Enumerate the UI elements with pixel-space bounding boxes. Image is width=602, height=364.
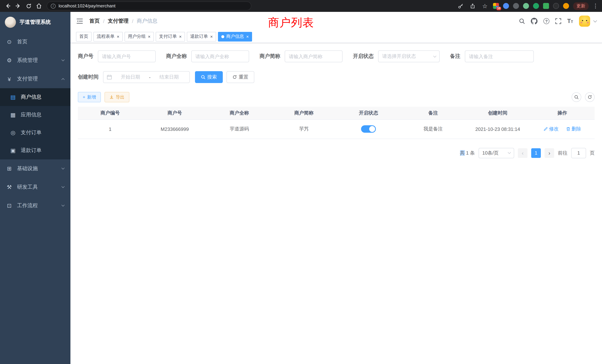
close-icon[interactable]: ×	[117, 34, 119, 39]
sidebar-item-system[interactable]: ⚙ 系统管理	[0, 51, 70, 70]
red-annotation-title: 商户列表	[268, 15, 314, 30]
font-size-icon[interactable]: TT	[567, 18, 573, 24]
extension-icon-pinwheel[interactable]	[553, 3, 559, 9]
extension-badge: 10	[496, 7, 501, 10]
app-shell: 芋道管理系统 ⊙ 首页 ⚙ 系统管理 ¥ 支付管理 ▤ 商户信息	[0, 12, 602, 364]
tab-process-form[interactable]: 流程表单 ×	[93, 32, 123, 41]
delete-link[interactable]: 删除	[566, 126, 581, 132]
export-button[interactable]: 导出	[105, 92, 129, 102]
bookmark-star-icon[interactable]: ☆	[481, 2, 489, 10]
col-merchant-id: 商户编号	[78, 107, 142, 119]
export-button-label: 导出	[116, 94, 125, 100]
sidebar-item-merchant-info[interactable]: ▤ 商户信息	[0, 88, 70, 106]
chrome-actions: ☆ 10 更新 ⋮	[456, 2, 598, 10]
yen-icon: ¥	[6, 76, 13, 82]
sidebar-item-payment[interactable]: ¥ 支付管理	[0, 70, 70, 88]
full-name-input[interactable]	[191, 50, 249, 62]
github-icon[interactable]	[531, 18, 538, 24]
filter-create-time: 创建时间 开始日期 - 结束日期	[78, 71, 190, 83]
reset-button[interactable]: 重置	[226, 71, 254, 83]
password-key-icon[interactable]	[456, 2, 464, 10]
tab-label: 流程表单	[97, 33, 115, 40]
close-icon[interactable]: ×	[246, 34, 249, 39]
extension-icon-drop[interactable]	[503, 3, 509, 9]
share-icon[interactable]	[469, 2, 477, 10]
hamburger-icon[interactable]	[76, 17, 83, 25]
goto-page-input[interactable]	[571, 148, 586, 158]
app-logo[interactable]: 芋道管理系统	[0, 12, 70, 33]
search-button-label: 搜索	[207, 74, 217, 80]
sidebar-item-app-info[interactable]: ▦ 应用信息	[0, 106, 70, 124]
search-icon[interactable]	[519, 18, 525, 24]
sidebar-item-infra[interactable]: ⊞ 基础设施	[0, 159, 70, 178]
cell-merchant-id: 1	[78, 119, 142, 139]
close-icon[interactable]: ×	[148, 34, 150, 39]
short-name-input[interactable]	[285, 50, 343, 62]
filter-label: 商户号	[78, 53, 93, 60]
tab-refund-orders[interactable]: 退款订单 ×	[187, 32, 216, 41]
add-button[interactable]: + 新增	[78, 92, 101, 102]
sidebar-item-home[interactable]: ⊙ 首页	[0, 33, 70, 51]
filter-label: 备注	[450, 53, 460, 60]
extension-icon-grid[interactable]: 10	[493, 3, 499, 9]
sidebar-item-devtools[interactable]: ⚒ 研发工具	[0, 178, 70, 196]
page-size-select[interactable]: 10条/页	[479, 148, 514, 158]
tab-pay-orders[interactable]: 支付订单 ×	[156, 32, 185, 41]
cell-remark: 我是备注	[401, 119, 466, 139]
edit-link[interactable]: 修改	[543, 126, 559, 132]
browser-window: i localhost:1024/pay/merchant ☆ 10 更新 ⋮	[0, 0, 602, 364]
page-number-button[interactable]: 1	[531, 148, 541, 158]
total-count-suffix: 1 条	[466, 150, 475, 156]
sidebar-item-label: 基础设施	[17, 165, 38, 172]
col-full-name: 商户全称	[207, 107, 272, 119]
toggle-search-icon[interactable]	[572, 92, 581, 102]
fullscreen-icon[interactable]	[555, 18, 561, 24]
reload-icon[interactable]	[24, 2, 33, 10]
extension-icon-check[interactable]	[533, 3, 539, 9]
status-select[interactable]: 请选择开启状态	[378, 50, 440, 62]
tab-user-group[interactable]: 用户分组 ×	[125, 32, 154, 41]
date-separator: -	[149, 74, 151, 80]
prev-page-button[interactable]: ‹	[518, 148, 527, 158]
status-toggle[interactable]	[361, 125, 376, 133]
breadcrumb-payment[interactable]: 支付管理	[108, 18, 129, 24]
sidebar-item-label: 首页	[17, 39, 27, 45]
extension-icon-dark[interactable]	[513, 3, 519, 9]
user-avatar[interactable]	[579, 16, 590, 27]
chevron-down-icon	[508, 151, 511, 154]
breadcrumb-separator: /	[103, 18, 105, 24]
back-icon[interactable]	[4, 2, 12, 10]
address-bar[interactable]: i localhost:1024/pay/merchant	[47, 1, 251, 10]
sidebar-item-pay-orders[interactable]: ◎ 支付订单	[0, 124, 70, 142]
date-range-picker[interactable]: 开始日期 - 结束日期	[103, 71, 190, 83]
filter-label: 创建时间	[78, 74, 99, 80]
remark-input[interactable]	[465, 50, 534, 62]
browser-update-button[interactable]: 更新	[573, 2, 589, 10]
breadcrumb-home[interactable]: 首页	[89, 18, 100, 24]
next-page-button[interactable]: ›	[545, 148, 554, 158]
close-icon[interactable]: ×	[210, 34, 213, 39]
cell-create-time: 2021-10-23 08:31:14	[465, 119, 530, 139]
monitor-icon: ⊞	[6, 165, 13, 172]
filter-label: 商户全称	[166, 53, 187, 60]
merchant-no-input[interactable]	[98, 50, 156, 62]
extension-icon-notes[interactable]	[543, 3, 549, 9]
avatar-eye	[586, 20, 587, 21]
home-icon[interactable]	[35, 2, 43, 10]
search-button[interactable]: 搜索	[195, 71, 223, 83]
tab-merchant-info[interactable]: 商户信息 ×	[218, 32, 252, 41]
sidebar-item-workflow[interactable]: ⊡ 工作流程	[0, 196, 70, 215]
sidebar-item-refund-orders[interactable]: ▣ 退款订单	[0, 142, 70, 159]
forward-icon[interactable]	[14, 2, 22, 10]
extension-icon-avatar-green[interactable]	[523, 3, 529, 9]
site-info-icon[interactable]: i	[51, 3, 56, 8]
refresh-icon[interactable]	[585, 92, 595, 102]
tab-home[interactable]: 首页	[76, 32, 92, 41]
extension-icon-avatar-orange[interactable]	[563, 3, 569, 9]
chevron-down-icon	[62, 166, 65, 170]
help-icon[interactable]: ?	[543, 18, 549, 24]
close-icon[interactable]: ×	[179, 34, 182, 39]
avatar-dropdown-caret-icon[interactable]	[593, 19, 597, 22]
browser-menu-icon[interactable]: ⋮	[593, 3, 598, 9]
sidebar-item-label: 应用信息	[21, 112, 42, 118]
